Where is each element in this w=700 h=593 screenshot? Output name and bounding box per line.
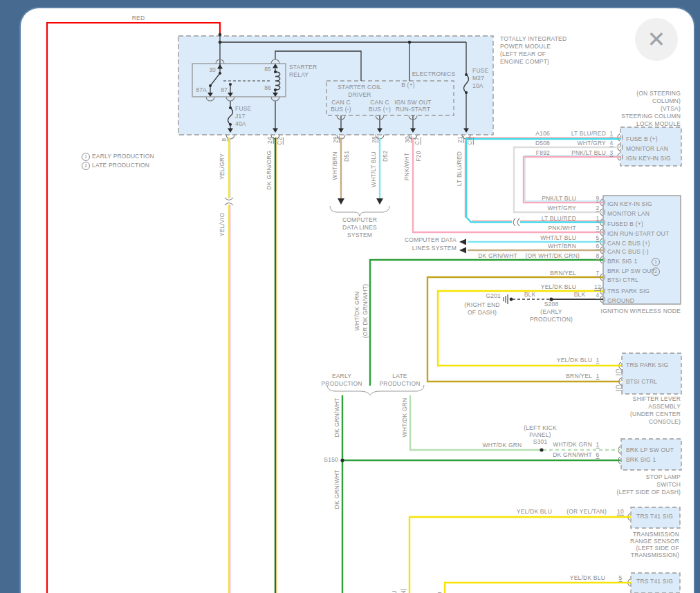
label-node-title-106: IGNITION WIRELESS NODE <box>601 308 681 314</box>
label-node-rows-3-96: IGN RUN-START OUT <box>607 231 669 237</box>
label-sclm-rows-0-pin-61: 1 <box>610 131 614 138</box>
label-tipm-relay-pin_86-15: 86 <box>264 85 271 91</box>
label-wire_labels-blk-91: BLK <box>574 292 586 298</box>
label-tipm-relay-title1-9: STARTER <box>289 64 317 70</box>
label-wire_labels-yel_dk_blu-158: YEL/DK BLU <box>570 575 605 581</box>
label-node-rows-1-94: MONITOR LAN <box>607 211 650 217</box>
label-tipm-pins-p24-34: 24 <box>267 137 274 144</box>
label-wire_labels-pnk_lt_blu-71: PNK/LT BLU <box>542 196 576 202</box>
label-splices-s208-112: S208 <box>544 301 559 308</box>
label-tipm-electronics-can_p2-29: BUS (+) <box>369 106 391 113</box>
label-node-rows-4-97: CAN C BUS (+) <box>607 241 650 247</box>
label-tipm-title3-7: (LEFT REAR OF <box>500 51 546 57</box>
label-node-pins-7-87: 7 <box>596 270 600 277</box>
label-sclm-t4-57: STEERING COLUMN <box>621 113 681 120</box>
label-splices-g201-109: G201 <box>486 293 501 299</box>
label-node-pins-5-82: 6 <box>596 243 600 250</box>
label-production-late1-119: LATE <box>392 373 407 379</box>
label-tipm-fuse_m27-l3-21: 10A <box>472 83 483 89</box>
label-shifter-pins-0-125: 1 <box>596 357 600 364</box>
label-tipm-pins-p28-40: 28 <box>371 136 378 143</box>
label-tipm-electronics-title-22: ELECTRONICS <box>412 71 456 77</box>
label-production-late2-120: PRODUCTION <box>379 381 420 387</box>
label-tipm-electronics-can_m1-26: CAN C <box>331 100 350 106</box>
label-shifter-t2-133: ASSEMBLY <box>648 404 681 410</box>
label-splices-s150-144: S150 <box>324 457 338 463</box>
label-sclm-rows-0-wire-60: LT BLU/RED <box>571 131 606 137</box>
label-sclm-rows-2-label-70: IGN KEY-IN SIG <box>626 156 671 162</box>
label-data_lines-l3-53: SYSTEM <box>347 232 372 238</box>
label-tipm-relay-pin_85-12: 85 <box>264 66 271 73</box>
label-stop_lamp-t1-147: STOP LAMP <box>646 474 681 480</box>
label-legend-item1_num-1: 1 <box>82 153 90 161</box>
label-trs1-t3-156: (LEFT SIDE OF <box>636 545 679 552</box>
label-power_wire-label-0: RED <box>132 15 145 21</box>
label-splices-s208_note2-114: PRODUCTION) <box>530 317 573 323</box>
label-wire_labels-dk_grn_wht-83: DK GRN/WHT <box>478 253 517 259</box>
label-wire_labels-yel_gry-33: YEL/GRY <box>219 153 225 180</box>
label-tipm-electronics-driver2-24: DRIVER <box>348 92 371 98</box>
label-node-pins-3-78: 3 <box>596 225 600 232</box>
label-shifter-conns-1-129: C2 <box>616 384 623 391</box>
label-node-pins-8-89: 12 <box>594 284 601 291</box>
label-splices-s301_note1-137: (LEFT KICK <box>524 425 557 431</box>
label-data_lines-l2-52: DATA LINES <box>342 225 377 231</box>
label-node-rows-8-101: BTSI CTRL <box>607 277 638 283</box>
label-tipm-pins-p30-43: 30 <box>405 136 412 143</box>
label-tipm-electronics-driver1-23: STARTER COIL <box>338 84 382 91</box>
label-tipm-fuse_j17-l1-16: FUSE <box>235 106 251 112</box>
label-wire_labels-yel_vio-50: YEL/VIO <box>219 213 225 236</box>
label-legend-item2_num-3: 2 <box>82 162 90 170</box>
label-splices-g201_note1-110: (RIGHT END <box>464 302 499 308</box>
label-wire_labels-wht_dk_grn-122: WHT/DK GRN <box>402 398 408 437</box>
label-wire_labels-wht_dk_grn-115: WHT/DK GRN <box>354 292 360 331</box>
label-data_lines-r1-107: COMPUTER DATA <box>405 237 457 243</box>
label-wire_labels-yel_dk_blu-161: YEL/DK BLU <box>392 590 398 593</box>
label-tipm-pins-c2-35: C2 <box>277 137 284 144</box>
label-wire_labels-wht_brn-39: WHT/BRN <box>332 151 338 180</box>
label-tipm-pins-f20-45: F20 <box>416 151 422 161</box>
label-wire_labels-or_wht_dk_grn-84: (OR WHT/DK GRN) <box>525 253 580 259</box>
label-node-rows-0-93: IGN KEY-IN SIG <box>607 201 652 207</box>
label-tipm-electronics-can_p1-28: CAN C <box>370 100 389 106</box>
label-tipm-electronics-ign2-31: RUN-START <box>396 106 430 113</box>
label-shifter-t1-132: SHIFTER LEVER <box>633 396 681 402</box>
label-wire_labels-yel_dk_blu-124: YEL/DK BLU <box>557 357 592 364</box>
label-wire_labels-brn_yel-127: BRN/YEL <box>566 373 592 379</box>
label-wire_labels-or_dk_grn_wht-116: (OR DK GRN/WHT) <box>362 284 369 339</box>
label-data_lines-l1-51: COMPUTER <box>342 217 377 223</box>
label-tipm-pins-p21-47: 21 <box>457 136 464 143</box>
label-trs1-row-153: TRS T41 SIG <box>636 514 673 520</box>
close-button[interactable]: ✕ <box>635 18 678 61</box>
label-node-pins-2-76: 1 <box>596 216 600 223</box>
label-tipm-fuse_m27-l1-19: FUSE <box>472 68 488 74</box>
label-stop_lamp-rows-1-146: BRK SIG 1 <box>626 457 656 463</box>
label-wire_labels-blk-90: BLK <box>524 292 536 298</box>
label-stop_lamp-t3-149: (LEFT SIDE OF DASH) <box>617 489 681 496</box>
diagram-labels: RED1EARLY PRODUCTION2LATE PRODUCTIONTOTA… <box>21 8 694 593</box>
label-wire_labels-or_yel_tan-151: (OR YEL/TAN) <box>567 509 607 515</box>
label-splices-s301_note2-138: PANEL) <box>529 432 551 438</box>
label-node-pins-6-85: 8 <box>596 253 600 260</box>
label-tipm-pins-c8-48: C8 <box>467 137 474 144</box>
label-sclm-rows-2-wire-68: PNK/LT BLU <box>571 150 606 156</box>
label-stop_lamp-t2-148: SWITCH <box>656 482 681 488</box>
label-sclm-rows-0-label-62: FUSE B (+) <box>626 136 658 142</box>
label-sclm-t5-58: LOCK MODULE <box>636 121 681 127</box>
label-node-note2-105: 2 <box>652 267 660 276</box>
label-shifter-pins-1-128: 1 <box>596 373 600 380</box>
label-wire_labels-wht_gry-73: WHT/GRY <box>548 205 576 211</box>
label-sclm-t3-56: (VTSA) <box>661 106 681 112</box>
label-tipm-pins-d51-38: D51 <box>344 151 350 162</box>
label-shifter-t3-134: (UNDER CENTER <box>630 411 681 417</box>
label-sclm-rows-2-pin-69: 3 <box>610 150 614 157</box>
label-sclm-rows-2-code-67: F892 <box>536 150 550 156</box>
label-trs1-t4-157: TRANSMISSION) <box>631 552 679 558</box>
label-node-note1-104: 1 <box>652 258 660 266</box>
label-tipm-pins-d52-41: D52 <box>383 151 389 162</box>
label-trs1-t2-155: RANGE SENSOR <box>630 538 679 545</box>
label-wire_labels-dk_grn_wht-121: DK GRN/WHT <box>334 398 340 437</box>
label-wire_labels-wht_lt_blu-42: WHT/LT BLU <box>371 151 377 187</box>
label-node-rows-10-103: GROUND <box>607 298 634 304</box>
label-tipm-title4-8: ENGINE COMPT) <box>500 59 549 65</box>
